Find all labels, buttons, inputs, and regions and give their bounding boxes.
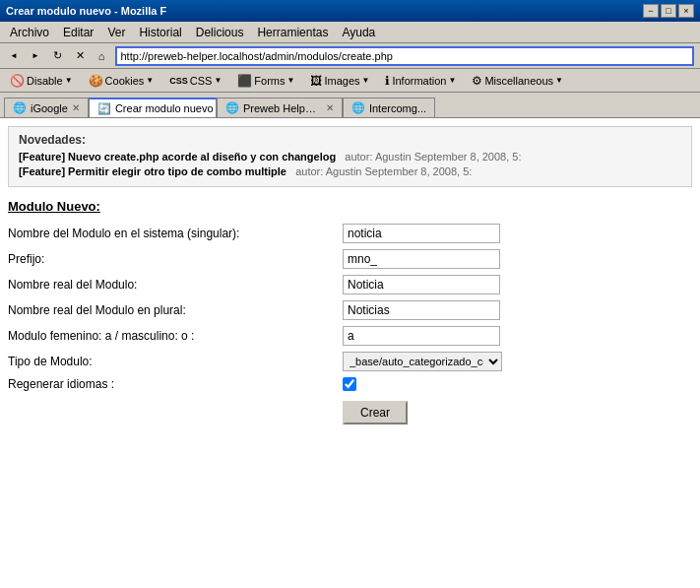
tabs-bar: 🌐 iGoogle ✕ 🔄 Crear modulo nuevo ✕ 🌐 Pre… bbox=[0, 93, 700, 118]
close-button[interactable]: × bbox=[678, 4, 694, 18]
label-genero: Modulo femenino: a / masculino: o : bbox=[8, 329, 343, 343]
miscellaneous-icon: ⚙ bbox=[472, 74, 482, 88]
news-item-0: [Feature] Nuevo create.php acorde al dis… bbox=[19, 151, 681, 163]
menu-archivo[interactable]: Archivo bbox=[4, 24, 55, 41]
form-submit-row: Crear bbox=[8, 397, 692, 425]
minimize-button[interactable]: − bbox=[643, 4, 659, 18]
submit-button[interactable]: Crear bbox=[343, 401, 408, 425]
images-button[interactable]: 🖼 Images ▼ bbox=[304, 71, 375, 91]
input-nombre-plural[interactable] bbox=[343, 300, 500, 320]
menu-delicious[interactable]: Delicious bbox=[190, 24, 250, 41]
forward-button[interactable]: ► bbox=[26, 45, 45, 67]
menu-editar[interactable]: Editar bbox=[57, 24, 99, 41]
input-nombre-real[interactable] bbox=[343, 275, 500, 294]
cookies-dropdown-icon: ▼ bbox=[146, 76, 154, 85]
disable-icon: 🚫 bbox=[10, 74, 25, 88]
title-bar: Crear modulo nuevo - Mozilla F − □ × bbox=[0, 0, 700, 22]
information-dropdown-icon: ▼ bbox=[448, 76, 456, 85]
tab-igoogle[interactable]: 🌐 iGoogle ✕ bbox=[4, 98, 89, 117]
disable-dropdown-icon: ▼ bbox=[65, 76, 73, 85]
css-icon: CSS bbox=[169, 76, 188, 86]
cookies-icon: 🍪 bbox=[89, 74, 103, 88]
address-input[interactable] bbox=[121, 50, 689, 62]
stop-button[interactable]: ✕ bbox=[70, 45, 91, 67]
preweb-tab-close[interactable]: ✕ bbox=[326, 102, 334, 113]
label-regenerar: Regenerar idiomas : bbox=[8, 377, 343, 391]
intercomg-tab-icon: 🌐 bbox=[351, 101, 365, 114]
address-bar bbox=[115, 46, 695, 66]
forms-dropdown-icon: ▼ bbox=[287, 76, 295, 85]
preweb-tab-icon: 🌐 bbox=[225, 101, 239, 114]
window-title: Crear modulo nuevo - Mozilla F bbox=[6, 5, 166, 17]
window-controls: − □ × bbox=[643, 4, 694, 18]
nav-bar: ◄ ► ↻ ✕ ⌂ bbox=[0, 43, 700, 69]
menu-ayuda[interactable]: Ayuda bbox=[336, 24, 381, 41]
input-nombre-sistema[interactable] bbox=[343, 224, 500, 243]
information-icon: ℹ bbox=[385, 74, 390, 88]
reload-button[interactable]: ↻ bbox=[47, 45, 68, 67]
menu-bar: Archivo Editar Ver Historial Delicious H… bbox=[0, 22, 700, 43]
disable-button[interactable]: 🚫 Disable ▼ bbox=[4, 71, 79, 91]
menu-ver[interactable]: Ver bbox=[101, 24, 131, 41]
toolbar: 🚫 Disable ▼ 🍪 Cookies ▼ CSS CSS ▼ ⬛ Form… bbox=[0, 69, 700, 93]
tab-preweb[interactable]: 🌐 Preweb Helper :: Com... ✕ bbox=[217, 98, 343, 117]
css-dropdown-icon: ▼ bbox=[214, 76, 222, 85]
forms-icon: ⬛ bbox=[237, 74, 252, 88]
label-prefijo: Prefijo: bbox=[8, 252, 343, 266]
form-row-nombre-plural: Nombre real del Modulo en plural: bbox=[8, 300, 692, 320]
igoogle-tab-icon: 🌐 bbox=[13, 101, 27, 114]
section-title: Modulo Nuevo: bbox=[8, 199, 692, 214]
news-item-1: [Feature] Permitir elegir otro tipo de c… bbox=[19, 165, 681, 177]
form-row-prefijo: Prefijo: bbox=[8, 249, 692, 269]
label-tipo: Tipo de Modulo: bbox=[8, 355, 343, 368]
tab-intercomg[interactable]: 🌐 Intercomg... bbox=[343, 98, 435, 117]
form-row-tipo: Tipo de Modulo: _base/auto_categorizado_… bbox=[8, 352, 692, 371]
miscellaneous-dropdown-icon: ▼ bbox=[555, 76, 563, 85]
miscellaneous-button[interactable]: ⚙ Miscellaneous ▼ bbox=[466, 71, 569, 91]
cookies-button[interactable]: 🍪 Cookies ▼ bbox=[83, 71, 160, 91]
news-title: Novedades: bbox=[19, 133, 681, 147]
label-nombre-plural: Nombre real del Modulo en plural: bbox=[8, 303, 343, 317]
form-row-regenerar: Regenerar idiomas : bbox=[8, 377, 692, 391]
form-row-nombre-sistema: Nombre del Modulo en el sistema (singula… bbox=[8, 224, 692, 243]
checkbox-regenerar[interactable] bbox=[343, 377, 356, 391]
form-row-nombre-real: Nombre real del Modulo: bbox=[8, 275, 692, 294]
information-button[interactable]: ℹ Information ▼ bbox=[379, 71, 462, 91]
images-icon: 🖼 bbox=[310, 74, 322, 88]
select-tipo[interactable]: _base/auto_categorizado_con_idiomas _bas… bbox=[343, 352, 502, 371]
igoogle-tab-close[interactable]: ✕ bbox=[72, 102, 80, 113]
css-button[interactable]: CSS CSS ▼ bbox=[163, 71, 227, 91]
crear-tab-icon: 🔄 bbox=[97, 102, 111, 115]
news-box: Novedades: [Feature] Nuevo create.php ac… bbox=[8, 126, 692, 187]
label-nombre-real: Nombre real del Modulo: bbox=[8, 278, 343, 292]
label-nombre-sistema: Nombre del Modulo en el sistema (singula… bbox=[8, 227, 343, 240]
menu-historial[interactable]: Historial bbox=[133, 24, 187, 41]
home-button[interactable]: ⌂ bbox=[93, 45, 111, 67]
forms-button[interactable]: ⬛ Forms ▼ bbox=[231, 71, 300, 91]
content-area: Novedades: [Feature] Nuevo create.php ac… bbox=[0, 118, 700, 588]
menu-herramientas[interactable]: Herramientas bbox=[251, 24, 334, 41]
tab-crear[interactable]: 🔄 Crear modulo nuevo ✕ bbox=[89, 98, 217, 117]
maximize-button[interactable]: □ bbox=[661, 4, 676, 18]
back-button[interactable]: ◄ bbox=[4, 45, 24, 67]
input-genero[interactable] bbox=[343, 326, 500, 346]
input-prefijo[interactable] bbox=[343, 249, 500, 269]
form-row-genero: Modulo femenino: a / masculino: o : bbox=[8, 326, 692, 346]
images-dropdown-icon: ▼ bbox=[362, 76, 370, 85]
